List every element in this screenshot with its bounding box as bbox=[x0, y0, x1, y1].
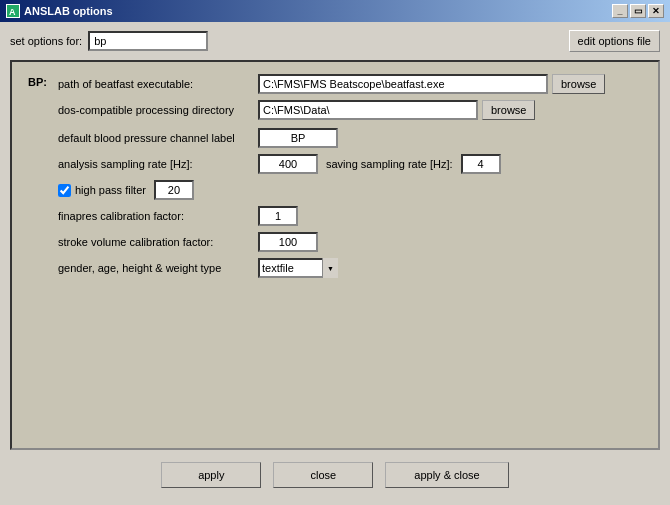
minimize-button[interactable]: _ bbox=[612, 4, 628, 18]
high-pass-input[interactable] bbox=[154, 180, 194, 200]
window-title: ANSLAB options bbox=[24, 5, 113, 17]
finapres-row: finapres calibration factor: bbox=[58, 206, 642, 226]
stroke-input[interactable] bbox=[258, 232, 318, 252]
dir-input[interactable] bbox=[258, 100, 478, 120]
path-input[interactable] bbox=[258, 74, 548, 94]
path-label: path of beatfast executable: bbox=[58, 78, 258, 90]
path-row: path of beatfast executable: browse bbox=[58, 74, 642, 94]
browse-path-button[interactable]: browse bbox=[552, 74, 605, 94]
options-panel: BP: path of beatfast executable: browse … bbox=[10, 60, 660, 450]
gender-row: gender, age, height & weight type textfi… bbox=[58, 258, 642, 278]
analysis-rate-row: analysis sampling rate [Hz]: saving samp… bbox=[58, 154, 642, 174]
set-options-dropdown[interactable]: bp ecg eda emg bbox=[88, 31, 208, 51]
set-options-label: set options for: bbox=[10, 35, 82, 47]
dir-label: dos-compatible processing directory bbox=[58, 104, 258, 116]
browse-dir-button[interactable]: browse bbox=[482, 100, 535, 120]
saving-rate-input[interactable] bbox=[461, 154, 501, 174]
high-pass-checkbox[interactable] bbox=[58, 184, 71, 197]
restore-button[interactable]: ▭ bbox=[630, 4, 646, 18]
title-buttons: _ ▭ ✕ bbox=[612, 4, 664, 18]
high-pass-label: high pass filter bbox=[75, 184, 146, 196]
apply-close-button[interactable]: apply & close bbox=[385, 462, 508, 488]
top-bar: set options for: bp ecg eda emg edit opt… bbox=[10, 30, 660, 52]
gender-dropdown-wrapper: textfile manual file ▼ bbox=[258, 258, 338, 278]
stroke-row: stroke volume calibration factor: bbox=[58, 232, 642, 252]
saving-rate-label: saving sampling rate [Hz]: bbox=[326, 158, 453, 170]
bp-label: BP: bbox=[28, 74, 58, 88]
svg-text:A: A bbox=[9, 7, 16, 17]
edit-options-button[interactable]: edit options file bbox=[569, 30, 660, 52]
finapres-label: finapres calibration factor: bbox=[58, 210, 258, 222]
bp-inner: path of beatfast executable: browse dos-… bbox=[58, 74, 642, 284]
dir-row: dos-compatible processing directory brow… bbox=[58, 100, 642, 120]
channel-label-input[interactable] bbox=[258, 128, 338, 148]
stroke-label: stroke volume calibration factor: bbox=[58, 236, 258, 248]
main-content: set options for: bp ecg eda emg edit opt… bbox=[0, 22, 670, 502]
bp-section: BP: path of beatfast executable: browse … bbox=[28, 74, 642, 284]
finapres-input[interactable] bbox=[258, 206, 298, 226]
gender-label: gender, age, height & weight type bbox=[58, 262, 258, 274]
close-window-button[interactable]: ✕ bbox=[648, 4, 664, 18]
gender-dropdown[interactable]: textfile manual file bbox=[258, 258, 338, 278]
set-options-dropdown-wrapper: bp ecg eda emg bbox=[88, 31, 208, 51]
bottom-bar: apply close apply & close bbox=[10, 458, 660, 494]
analysis-rate-input[interactable] bbox=[258, 154, 318, 174]
channel-label: default blood pressure channel label bbox=[58, 132, 258, 144]
analysis-rate-label: analysis sampling rate [Hz]: bbox=[58, 158, 258, 170]
close-button[interactable]: close bbox=[273, 462, 373, 488]
apply-button[interactable]: apply bbox=[161, 462, 261, 488]
high-pass-row: high pass filter bbox=[58, 180, 642, 200]
title-bar: A ANSLAB options _ ▭ ✕ bbox=[0, 0, 670, 22]
app-icon: A bbox=[6, 4, 20, 18]
channel-label-row: default blood pressure channel label bbox=[58, 128, 642, 148]
